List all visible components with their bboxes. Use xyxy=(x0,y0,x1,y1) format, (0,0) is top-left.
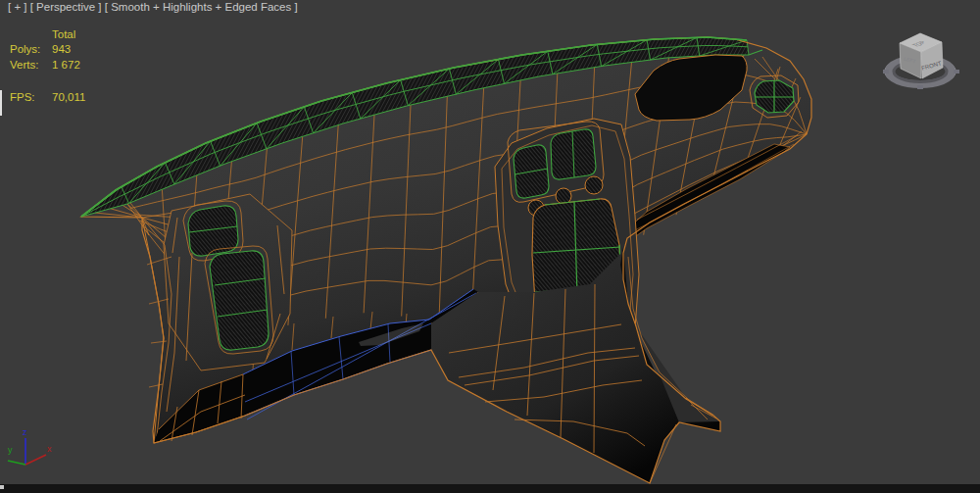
stats-verts-value: 1 672 xyxy=(52,59,80,71)
stats-verts-label: Verts: xyxy=(10,59,38,71)
left-edge-tick xyxy=(0,90,2,116)
axis-tripod: zxy xyxy=(8,427,52,465)
axis-y-label: y xyxy=(8,445,13,455)
stats-total-label: Total xyxy=(52,28,75,40)
viewport[interactable]: TOPFRONTLEFTzxy [ + ] [ Perspective ] [ … xyxy=(0,0,980,493)
stats-polys-label: Polys: xyxy=(10,43,40,55)
viewcube[interactable]: TOPFRONTLEFT xyxy=(883,33,959,89)
viewport-label[interactable]: [ + ] [ Perspective ] [ Smooth + Highlig… xyxy=(8,1,298,13)
stats-fps-value: 70,011 xyxy=(52,91,85,103)
stats-polys-value: 943 xyxy=(52,43,71,55)
bottom-edge-bar xyxy=(0,484,980,493)
stats-fps-label: FPS: xyxy=(10,91,35,103)
axis-z-label: z xyxy=(23,427,27,437)
viewport-canvas[interactable]: TOPFRONTLEFTzxy xyxy=(0,0,980,493)
axis-x-label: x xyxy=(47,444,52,454)
